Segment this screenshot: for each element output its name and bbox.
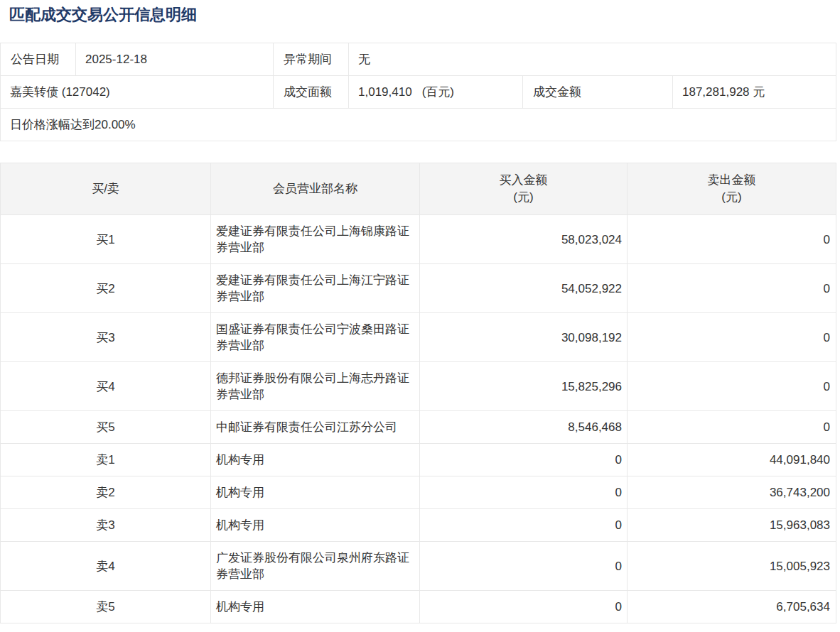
row-sell-amount: 0 [628,411,836,444]
table-row: 买4 德邦证券股份有限公司上海志丹路证券营业部 15,825,296 0 [1,362,836,411]
turnover-value: 187,281,928 元 [673,76,836,109]
row-branch: 中邮证券有限责任公司江苏分公司 [211,411,420,444]
table-row: 买2 爱建证券有限责任公司上海江宁路证券营业部 54,052,922 0 [1,264,836,313]
row-branch: 国盛证券有限责任公司宁波桑田路证券营业部 [211,313,420,362]
abnormal-period-label: 异常期间 [274,43,349,76]
row-side: 卖1 [1,444,211,476]
row-sell-amount: 44,091,840 [628,444,836,476]
row-branch: 机构专用 [211,509,420,542]
table-row: 买3 国盛证券有限责任公司宁波桑田路证券营业部 30,098,192 0 [1,313,836,362]
table-row: 卖4 广发证券股份有限公司泉州府东路证券营业部 0 15,005,923 [1,542,836,591]
page-title: 匹配成交交易公开信息明细 [9,6,840,23]
row-buy-amount: 0 [420,509,628,542]
info-row-2: 嘉美转债 (127042) 成交面额 1,019,410(百元) 成交金额 18… [1,76,836,109]
row-buy-amount: 15,825,296 [420,362,628,411]
row-buy-amount: 58,023,024 [420,215,628,264]
table-header-row: 买/卖 会员营业部名称 买入金额 (元) 卖出金额 (元) [1,163,836,215]
trade-table-body: 买1 爱建证券有限责任公司上海锦康路证券营业部 58,023,024 0 买2 … [1,215,836,623]
security-name: 嘉美转债 (127042) [1,76,274,109]
header-sell-amount: 卖出金额 (元) [628,163,836,215]
face-value-cell: 1,019,410(百元) [349,76,523,109]
row-branch: 德邦证券股份有限公司上海志丹路证券营业部 [211,362,420,411]
table-row: 卖5 机构专用 0 6,705,634 [1,591,836,623]
row-sell-amount: 0 [628,264,836,313]
row-branch: 机构专用 [211,444,420,476]
table-row: 买5 中邮证券有限责任公司江苏分公司 8,546,468 0 [1,411,836,444]
row-sell-amount: 15,963,083 [628,509,836,542]
row-branch: 机构专用 [211,591,420,623]
row-buy-amount: 0 [420,591,628,623]
row-buy-amount: 8,546,468 [420,411,628,444]
row-side: 买4 [1,362,211,411]
header-branch: 会员营业部名称 [211,163,420,215]
table-row: 卖2 机构专用 0 36,743,200 [1,476,836,509]
announce-date-label: 公告日期 [1,43,76,76]
row-side: 卖4 [1,542,211,591]
row-branch: 爱建证券有限责任公司上海锦康路证券营业部 [211,215,420,264]
face-value-label: 成交面额 [274,76,349,109]
trade-table: 买/卖 会员营业部名称 买入金额 (元) 卖出金额 (元) 买1 爱建证券有限责… [0,163,836,623]
row-side: 卖5 [1,591,211,623]
info-row-1: 公告日期 2025-12-18 异常期间 无 [1,43,836,76]
table-row: 买1 爱建证券有限责任公司上海锦康路证券营业部 58,023,024 0 [1,215,836,264]
face-value-unit: (百元) [422,85,454,99]
row-buy-amount: 0 [420,542,628,591]
announce-date-value: 2025-12-18 [76,43,274,76]
row-sell-amount: 6,705,634 [628,591,836,623]
row-buy-amount: 0 [420,444,628,476]
row-sell-amount: 0 [628,313,836,362]
row-buy-amount: 30,098,192 [420,313,628,362]
row-side: 买2 [1,264,211,313]
row-buy-amount: 0 [420,476,628,509]
row-side: 卖2 [1,476,211,509]
row-side: 买1 [1,215,211,264]
turnover-label: 成交金额 [523,76,673,109]
table-row: 卖3 机构专用 0 15,963,083 [1,509,836,542]
header-sell-line1: 卖出金额 [628,172,836,189]
row-branch: 机构专用 [211,476,420,509]
row-side: 卖3 [1,509,211,542]
row-branch: 广发证券股份有限公司泉州府东路证券营业部 [211,542,420,591]
abnormal-period-value: 无 [349,43,836,76]
info-row-3: 日价格涨幅达到20.00% [1,109,836,141]
row-branch: 爱建证券有限责任公司上海江宁路证券营业部 [211,264,420,313]
header-buy-line1: 买入金额 [420,172,627,189]
abnormal-reason: 日价格涨幅达到20.00% [1,109,836,141]
row-side: 买3 [1,313,211,362]
header-side: 买/卖 [1,163,211,215]
header-sell-line2: (元) [628,189,836,206]
row-side: 买5 [1,411,211,444]
table-row: 卖1 机构专用 0 44,091,840 [1,444,836,476]
row-sell-amount: 36,743,200 [628,476,836,509]
header-buy-amount: 买入金额 (元) [420,163,628,215]
row-sell-amount: 0 [628,215,836,264]
row-buy-amount: 54,052,922 [420,264,628,313]
face-value: 1,019,410 [358,85,412,99]
header-buy-line2: (元) [420,189,627,206]
info-table: 公告日期 2025-12-18 异常期间 无 嘉美转债 (127042) 成交面… [0,43,836,141]
row-sell-amount: 0 [628,362,836,411]
row-sell-amount: 15,005,923 [628,542,836,591]
